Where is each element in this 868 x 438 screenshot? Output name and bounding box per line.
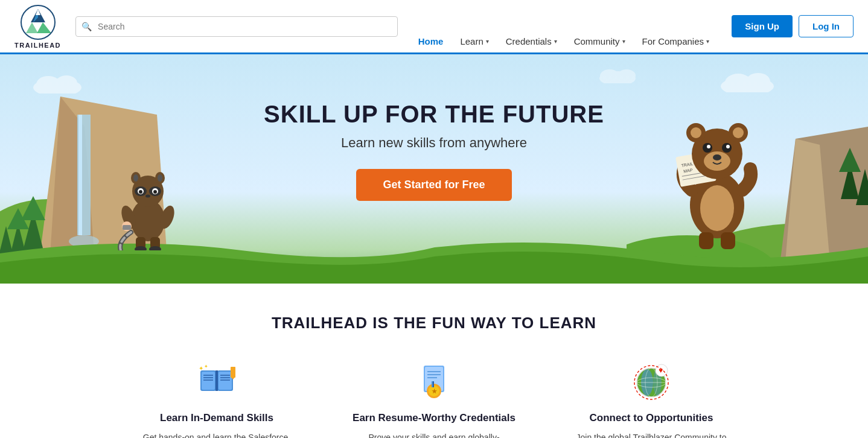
hero-title: SKILL UP FOR THE FUTURE [264, 101, 604, 128]
get-started-button[interactable]: Get Started for Free [356, 169, 511, 201]
chevron-down-icon: ▾ [554, 38, 557, 45]
svg-point-49 [139, 190, 142, 194]
nav-item-credentials[interactable]: Credentials ▾ [497, 30, 566, 54]
nav-item-for-companies[interactable]: For Companies ▾ [634, 30, 718, 54]
svg-point-51 [145, 195, 150, 198]
opportunities-desc: Join the global Trailblazer Community to… [567, 431, 736, 438]
chevron-down-icon: ▾ [622, 38, 625, 45]
svg-text:✦: ✦ [199, 365, 203, 372]
nav-item-learn[interactable]: Learn ▾ [452, 30, 497, 54]
feature-item-learn-skills: ✦ ✦ Learn In-Demand Skills Get hands-on … [132, 357, 301, 438]
signup-button[interactable]: Sign Up [732, 15, 793, 37]
feature-item-credentials: ★ Earn Resume-Worthy Credentials Prove y… [349, 357, 519, 438]
svg-point-75 [707, 145, 710, 148]
astro-character [118, 154, 178, 250]
svg-point-71 [733, 127, 744, 138]
svg-rect-91 [231, 367, 235, 378]
header: TRAILHEAD 🔍 Home Learn ▾ Credentials ▾ C… [0, 0, 868, 54]
features-grid: ✦ ✦ Learn In-Demand Skills Get hands-on … [36, 357, 832, 438]
svg-text:★: ★ [432, 388, 438, 395]
svg-point-55 [158, 174, 162, 182]
hero-section: TRAIL MAP SKILL UP FOR THE FUTURE Learn … [0, 54, 868, 284]
learn-skills-desc: Get hands-on and learn the Salesforce, d… [132, 431, 301, 438]
svg-point-77 [713, 154, 721, 160]
svg-point-76 [726, 145, 730, 148]
feature-item-opportunities: ♥ Connect to Opportunities Join the glob… [567, 357, 736, 438]
bear-character: TRAIL MAP [675, 112, 759, 250]
svg-rect-43 [123, 225, 131, 230]
chevron-down-icon: ▾ [706, 38, 709, 45]
search-input[interactable] [75, 16, 398, 37]
search-icon: 🔍 [81, 22, 92, 31]
credentials-name: Earn Resume-Worthy Credentials [353, 412, 515, 424]
features-title: TRAILHEAD IS THE FUN WAY TO LEARN [36, 314, 832, 332]
trailhead-logo-icon [20, 4, 56, 40]
nav-item-community[interactable]: Community ▾ [566, 30, 634, 54]
svg-point-72 [704, 151, 730, 171]
opportunities-name: Connect to Opportunities [590, 412, 713, 424]
svg-rect-84 [215, 370, 218, 391]
login-button[interactable]: Log In [799, 15, 854, 37]
opportunities-icon: ♥ [627, 357, 675, 405]
svg-point-70 [691, 127, 701, 138]
svg-text:✦: ✦ [204, 364, 208, 369]
nav-item-home[interactable]: Home [410, 30, 452, 54]
svg-point-61 [700, 185, 734, 231]
svg-rect-82 [202, 372, 215, 390]
svg-text:♥: ♥ [659, 366, 663, 375]
main-nav: Home Learn ▾ Credentials ▾ Community ▾ F… [410, 30, 732, 52]
svg-point-50 [153, 190, 157, 194]
header-actions: Sign Up Log In [732, 15, 854, 37]
svg-rect-78 [699, 232, 713, 249]
svg-point-54 [133, 174, 138, 182]
logo-text: TRAILHEAD [14, 42, 61, 49]
svg-rect-79 [721, 232, 735, 249]
credentials-icon: ★ [410, 357, 458, 405]
search-bar: 🔍 [75, 16, 398, 37]
learn-skills-icon: ✦ ✦ [193, 357, 241, 405]
learn-skills-name: Learn In-Demand Skills [160, 412, 273, 424]
hero-subtitle: Learn new skills from anywhere [341, 135, 527, 151]
credentials-desc: Prove your skills and earn globally-reco… [349, 431, 519, 438]
features-section: TRAILHEAD IS THE FUN WAY TO LEARN [0, 284, 868, 438]
logo[interactable]: TRAILHEAD [14, 4, 61, 49]
svg-rect-83 [219, 372, 232, 390]
chevron-down-icon: ▾ [486, 38, 489, 45]
svg-rect-104 [433, 381, 434, 387]
